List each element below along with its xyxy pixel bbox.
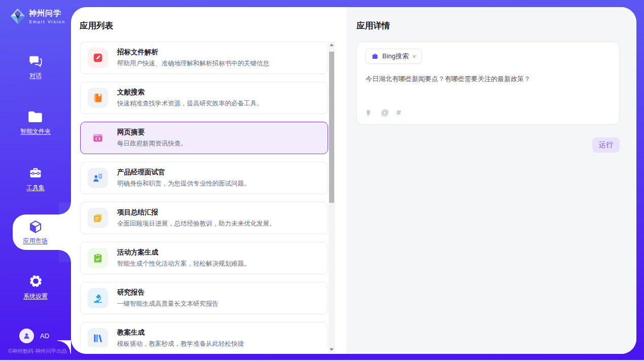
notes-icon [88,208,108,228]
toolbox-icon [28,166,43,180]
app-name: 文献搜索 [117,88,263,97]
user-label: AD [40,332,49,340]
sidebar-item-label: 智能文件夹 [20,127,51,136]
sidebar-item-chat[interactable]: 对话 [0,54,71,80]
app-detail-panel: 应用详情 Bing搜索 × 今日湖北有哪些新闻要点？有哪些需要关注的最新政策？ … [346,7,636,354]
person-icon [22,332,31,340]
books-icon [88,328,108,347]
sidebar-item-app-market[interactable]: 应用市场 [13,214,71,250]
bubble-curve-bottom [59,250,71,262]
tool-chip-label: Bing搜索 [382,52,409,61]
topic-icon[interactable]: # [397,108,401,117]
app-detail-title: 应用详情 [356,20,390,31]
app-card-tender-parse[interactable]: 招标文件解析 帮助用户快速、准确地理解和解析招标书中的关键信息 [80,42,328,74]
edit-document-icon [88,48,108,68]
app-name: 产品经理面试官 [117,168,251,177]
sidebar-item-smart-folders[interactable]: 智能文件夹 [0,111,71,136]
app-card-research-report[interactable]: 研究报告 一键智能生成高质量长文本研究报告 [80,282,328,314]
briefcase-icon [371,53,379,60]
interviewer-icon [88,168,108,188]
app-name: 教案生成 [117,328,244,337]
app-desc: 快速精准查找学术资源，提高研究效率的必备工具。 [117,99,263,108]
bottom-edge [0,360,644,362]
app-card-literature-search[interactable]: 文献搜索 快速精准查找学术资源，提高研究效率的必备工具。 [80,82,328,114]
copyright-footer: ©神州数码·神州问学出品 [8,348,67,355]
brand-subtitle: Smart Vision [29,19,65,24]
app-name: 网页摘要 [117,128,187,137]
prompt-composer: Bing搜索 × 今日湖北有哪些新闻要点？有哪些需要关注的最新政策？ @ # [356,42,620,125]
brand-logo: 神州问学 Smart Vision [10,8,65,24]
chip-close-icon[interactable]: × [412,53,416,60]
mention-icon[interactable]: @ [381,108,389,117]
chat-icon [28,54,43,68]
run-button[interactable]: 运行 [592,137,620,153]
sidebar-item-label: 系统设置 [23,292,48,301]
app-list-panel: 应用列表 招标文件解析 帮助用户快速、准确地理解和解析招标书中的关键信息 文献搜… [71,7,346,354]
app-desc: 智能生成个性化活动方案，轻松解决规划难题。 [117,260,251,268]
tool-chip-bing-search: Bing搜索 × [365,49,422,64]
app-name: 项目总结汇报 [117,208,276,217]
app-name: 活动方案生成 [117,248,251,257]
cube-icon [28,220,43,235]
app-card-activity-plan[interactable]: 活动方案生成 智能生成个性化活动方案，轻松解决规划难题。 [80,242,328,274]
folder-icon [28,111,43,124]
scroll-down-icon[interactable] [330,348,334,351]
sidebar-item-settings[interactable]: 系统设置 [0,274,71,301]
app-desc: 帮助用户快速、准确地理解和解析招标书中的关键信息 [117,59,269,68]
app-list: 招标文件解析 帮助用户快速、准确地理解和解析招标书中的关键信息 文献搜索 快速精… [80,42,328,347]
app-desc: 明确身份和职责，为您提供专业性的面试问题。 [117,179,251,188]
attachment-icon[interactable] [366,108,373,117]
sidebar-item-label: 工具集 [26,184,45,192]
sidebar: 神州问学 Smart Vision 对话 智能文件夹 工具集 [0,0,71,362]
clipboard-check-icon [88,248,108,268]
app-name: 研究报告 [117,288,219,297]
main-content: 应用列表 招标文件解析 帮助用户快速、准确地理解和解析招标书中的关键信息 文献搜… [71,7,636,354]
avatar [19,329,34,343]
app-name: 招标文件解析 [117,48,269,57]
app-card-lesson-plan[interactable]: 教案生成 模板驱动，教案秒成，教学准备从此轻松快捷 [80,322,328,347]
app-list-scrollbar[interactable] [329,42,335,353]
app-desc: 每日政府新闻资讯快查。 [117,139,187,148]
app-card-web-summary[interactable]: 网页摘要 每日政府新闻资讯快查。 [80,122,328,154]
bubble-curve-top [59,202,71,214]
app-desc: 模板驱动，教案秒成，教学准备从此轻松快捷 [117,340,244,347]
app-card-project-summary[interactable]: 项目总结汇报 全面回顾项目进展，总结经验教训，助力未来优化发展。 [80,202,328,234]
user-account[interactable]: AD [19,329,49,343]
brand-title: 神州问学 [29,9,65,18]
sidebar-item-label: 应用市场 [23,237,48,245]
app-card-pm-interviewer[interactable]: 产品经理面试官 明确身份和职责，为您提供专业性的面试问题。 [80,162,328,194]
browser-code-icon [88,128,108,148]
gear-icon [28,274,43,288]
app-desc: 一键智能生成高质量长文本研究报告 [117,300,219,308]
book-icon [88,88,108,108]
composer-toolbar: @ # [366,108,401,117]
scroll-up-icon[interactable] [330,44,334,46]
app-list-title: 应用列表 [80,20,113,31]
scrollbar-thumb[interactable] [329,52,334,203]
sidebar-item-label: 对话 [29,71,42,80]
sidebar-item-toolset[interactable]: 工具集 [0,166,71,192]
query-input[interactable]: 今日湖北有哪些新闻要点？有哪些需要关注的最新政策？ [366,75,609,84]
app-desc: 全面回顾项目进展，总结经验教训，助力未来优化发展。 [117,220,276,228]
diamond-logo-icon [10,8,25,24]
microscope-icon [88,288,108,308]
